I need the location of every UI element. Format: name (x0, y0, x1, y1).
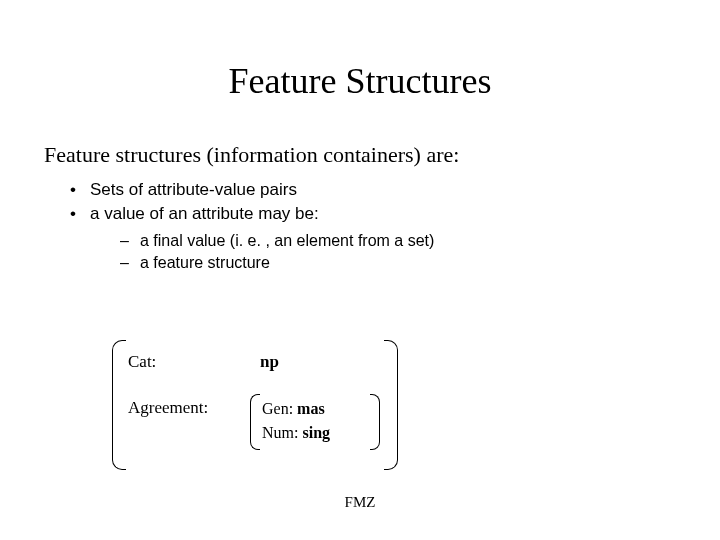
bracket-right-icon (370, 394, 380, 450)
bullet-marker: • (70, 204, 90, 224)
bracket-left-icon (250, 394, 260, 450)
nested-label: Num: (262, 424, 302, 441)
bullet-marker: • (70, 180, 90, 200)
fs-label: Agreement: (128, 398, 228, 418)
sub-bullet-text: a feature structure (140, 254, 270, 272)
list-item: – a final value (i. e. , an element from… (120, 232, 720, 250)
list-item: • Sets of attribute-value pairs (70, 180, 720, 200)
nested-value: mas (297, 400, 325, 417)
bullet-list: • Sets of attribute-value pairs • a valu… (70, 180, 720, 224)
sub-bullet-list: – a final value (i. e. , an element from… (120, 232, 720, 272)
footer-text: FMZ (0, 494, 720, 511)
intro-text: Feature structures (information containe… (44, 142, 676, 168)
bullet-text: Sets of attribute-value pairs (90, 180, 297, 200)
list-item: • a value of an attribute may be: (70, 204, 720, 224)
bracket-left-icon (112, 340, 126, 470)
bracket-right-icon (384, 340, 398, 470)
fs-label: Cat: (128, 352, 228, 372)
dash-marker: – (120, 254, 140, 272)
nested-row-gen: Gen: mas (262, 400, 325, 418)
sub-bullet-text: a final value (i. e. , an element from a… (140, 232, 434, 250)
feature-structure-diagram: Cat: np Agreement: Gen: mas Num: sing (120, 340, 390, 480)
fs-row-cat: Cat: (128, 352, 228, 372)
nested-label: Gen: (262, 400, 297, 417)
fs-value-np: np (260, 352, 279, 372)
list-item: – a feature structure (120, 254, 720, 272)
nested-feature-structure: Gen: mas Num: sing (260, 394, 370, 454)
bullet-text: a value of an attribute may be: (90, 204, 319, 224)
fs-row-agreement: Agreement: (128, 398, 228, 418)
nested-value: sing (302, 424, 330, 441)
slide-title: Feature Structures (0, 60, 720, 102)
nested-row-num: Num: sing (262, 424, 330, 442)
dash-marker: – (120, 232, 140, 250)
